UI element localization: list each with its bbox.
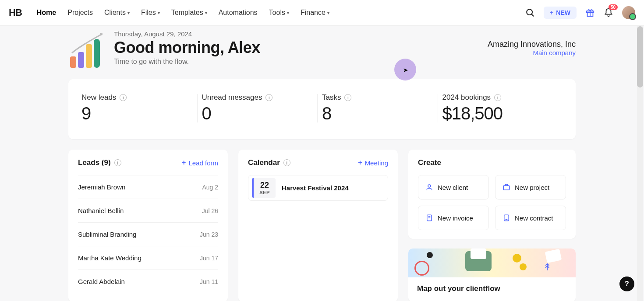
meeting-button[interactable]: + Meeting bbox=[358, 159, 388, 167]
page-body: Thursday, August 29, 2024 Good morning, … bbox=[0, 26, 644, 301]
nav-finance-label: Finance bbox=[301, 9, 326, 17]
create-btn-label: New project bbox=[515, 184, 549, 191]
create-grid: New client New project New invoice bbox=[418, 175, 566, 230]
chevron-down-icon: ▾ bbox=[327, 10, 329, 15]
nav-automations[interactable]: Automations bbox=[219, 9, 258, 17]
info-icon[interactable]: i bbox=[120, 94, 127, 101]
greeting-headline: Good morning, Alex bbox=[114, 38, 488, 57]
gift-icon[interactable] bbox=[585, 8, 595, 18]
new-contract-button[interactable]: New contract bbox=[495, 206, 566, 230]
nav-tools[interactable]: Tools▾ bbox=[269, 9, 289, 17]
create-btn-label: New client bbox=[438, 184, 468, 191]
lead-row[interactable]: Nathaniel Bellin Jul 26 bbox=[78, 199, 218, 222]
person-icon bbox=[425, 183, 433, 191]
greeting-text: Thursday, August 29, 2024 Good morning, … bbox=[114, 30, 488, 66]
top-nav: HB Home Projects Clients▾ Files▾ Templat… bbox=[0, 0, 644, 26]
promo-card[interactable]: ↟ Map out your clientflow bbox=[408, 248, 576, 301]
stat-label-text: 2024 bookings bbox=[442, 93, 491, 102]
nav-templates[interactable]: Templates▾ bbox=[171, 9, 207, 17]
plus-icon: + bbox=[550, 9, 553, 16]
create-title: Create bbox=[418, 158, 441, 167]
lead-row[interactable]: Jeremiah Brown Aug 2 bbox=[78, 175, 218, 199]
stat-label-text: New leads bbox=[81, 93, 116, 102]
create-card: Create New client New project bbox=[408, 150, 576, 239]
new-button[interactable]: + NEW bbox=[544, 7, 577, 19]
stat-bookings[interactable]: 2024 bookings i $18,500 bbox=[442, 93, 563, 123]
info-icon[interactable]: i bbox=[344, 94, 351, 101]
info-icon[interactable]: i bbox=[265, 94, 272, 101]
lead-name: Martha Kate Wedding bbox=[78, 254, 142, 262]
card-action-label: Lead form bbox=[188, 159, 218, 167]
company-name: Amazing Innovations, Inc bbox=[488, 40, 576, 49]
stat-label: Tasks i bbox=[322, 93, 434, 102]
nav-home[interactable]: Home bbox=[37, 9, 56, 17]
lead-date: Jun 23 bbox=[200, 231, 218, 238]
new-project-button[interactable]: New project bbox=[495, 175, 566, 200]
info-icon[interactable]: i bbox=[494, 94, 501, 101]
nav-right: + NEW 50 bbox=[525, 6, 635, 19]
chevron-down-icon: ▾ bbox=[205, 10, 207, 15]
date-label: Thursday, August 29, 2024 bbox=[114, 30, 488, 38]
lead-row[interactable]: Gerald Abdelain Jun 11 bbox=[78, 270, 218, 293]
new-invoice-button[interactable]: New invoice bbox=[418, 206, 489, 230]
lead-name: Gerald Abdelain bbox=[78, 278, 125, 285]
svg-point-0 bbox=[527, 9, 532, 15]
event-month: SEP bbox=[254, 190, 276, 195]
lead-date: Aug 2 bbox=[202, 184, 218, 191]
nav-files[interactable]: Files▾ bbox=[141, 9, 160, 17]
help-button[interactable]: ? bbox=[619, 276, 634, 291]
card-header: Leads (9) i + Lead form bbox=[78, 158, 218, 167]
lead-row[interactable]: Martha Kate Wedding Jun 17 bbox=[78, 246, 218, 270]
create-btn-label: New contract bbox=[515, 214, 553, 222]
stat-label: Unread messages i bbox=[202, 93, 314, 102]
avatar[interactable] bbox=[622, 6, 635, 19]
stat-label: 2024 bookings i bbox=[442, 93, 554, 102]
briefcase-icon bbox=[502, 183, 510, 191]
search-icon[interactable] bbox=[525, 8, 535, 18]
new-client-button[interactable]: New client bbox=[418, 175, 489, 200]
event-date-badge: 22 SEP bbox=[252, 178, 276, 198]
right-column: Create New client New project bbox=[408, 150, 576, 301]
stat-value: $18,500 bbox=[442, 104, 554, 123]
info-icon[interactable]: i bbox=[114, 159, 121, 166]
company-link[interactable]: Main company bbox=[488, 49, 576, 56]
lead-row[interactable]: Subliminal Branding Jun 23 bbox=[78, 222, 218, 246]
stat-value: 8 bbox=[322, 104, 434, 123]
svg-rect-5 bbox=[70, 56, 76, 68]
info-icon[interactable]: i bbox=[283, 159, 290, 166]
nav-finance[interactable]: Finance▾ bbox=[301, 9, 329, 17]
svg-rect-11 bbox=[503, 186, 510, 190]
lead-name: Jeremiah Brown bbox=[78, 183, 125, 191]
scrollbar-thumb[interactable] bbox=[637, 26, 643, 88]
event-title: Harvest Festival 2024 bbox=[282, 184, 349, 192]
svg-rect-6 bbox=[78, 52, 84, 68]
svg-rect-7 bbox=[86, 44, 92, 68]
calendar-event[interactable]: 22 SEP Harvest Festival 2024 bbox=[248, 175, 388, 201]
svg-rect-8 bbox=[94, 39, 100, 68]
columns-row: Leads (9) i + Lead form Jeremiah Brown A… bbox=[68, 150, 576, 301]
svg-rect-15 bbox=[504, 215, 509, 221]
nav-clients[interactable]: Clients▾ bbox=[104, 9, 130, 17]
stat-tasks[interactable]: Tasks i 8 bbox=[322, 93, 442, 123]
chevron-down-icon: ▾ bbox=[287, 10, 289, 15]
create-btn-label: New invoice bbox=[438, 214, 473, 222]
card-header: Create bbox=[418, 158, 566, 167]
contract-icon bbox=[502, 214, 510, 222]
card-title-text: Leads (9) bbox=[78, 158, 111, 167]
stats-card: New leads i 9 Unread messages i 0 Tasks … bbox=[68, 79, 576, 139]
stat-value: 9 bbox=[81, 104, 193, 123]
lead-name: Subliminal Branding bbox=[78, 231, 136, 238]
nav-clients-label: Clients bbox=[104, 9, 126, 17]
stat-label: New leads i bbox=[81, 93, 193, 102]
stat-new-leads[interactable]: New leads i 9 bbox=[81, 93, 202, 123]
nav-files-label: Files bbox=[141, 9, 156, 17]
lead-form-button[interactable]: + Lead form bbox=[182, 159, 218, 167]
leads-title: Leads (9) i bbox=[78, 158, 121, 167]
stat-label-text: Tasks bbox=[322, 93, 341, 102]
stat-unread-messages[interactable]: Unread messages i 0 bbox=[202, 93, 322, 123]
event-day: 22 bbox=[254, 181, 276, 190]
nav-projects[interactable]: Projects bbox=[67, 9, 93, 17]
stat-label-text: Unread messages bbox=[202, 93, 262, 102]
logo[interactable]: HB bbox=[9, 7, 22, 18]
notifications-button[interactable]: 50 bbox=[604, 8, 613, 18]
